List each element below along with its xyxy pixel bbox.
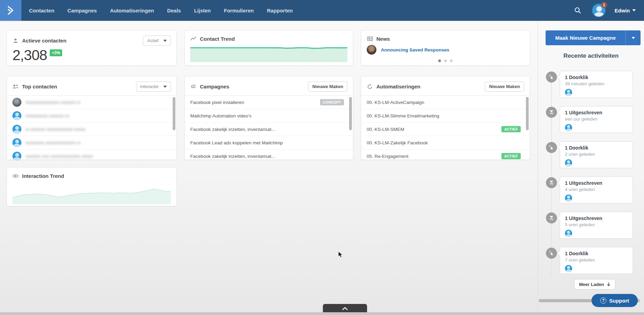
- news-card: News Announcing Saved Responses: [361, 30, 530, 66]
- newspaper-icon: [367, 36, 373, 42]
- contact-default-avatar: [565, 230, 572, 237]
- activity-time: 2 uren geleden: [565, 152, 628, 157]
- recent-activities-heading: Recente activiteiten: [538, 52, 644, 59]
- nav-item-formulieren[interactable]: Formulieren: [224, 8, 254, 13]
- scrollbar-thumb[interactable]: [349, 97, 352, 130]
- contact-row[interactable]: mmmm mm mmmmmmmm mmm: [7, 150, 176, 162]
- user-name: Edwin: [615, 8, 630, 13]
- contact-row[interactable]: m mmmm mmmmmmm mmm: [7, 123, 176, 136]
- support-label: Support: [609, 298, 629, 304]
- create-automation-button[interactable]: Nieuwe Maken: [485, 82, 524, 92]
- redacted-email: mmmm mm mmmmmmmm mmm: [26, 154, 93, 159]
- pagination-dot[interactable]: [444, 59, 447, 62]
- activity-card[interactable]: 1 Uitgeschreven een uur geleden: [560, 106, 633, 133]
- nav-item-deals[interactable]: Deals: [167, 8, 181, 13]
- support-button[interactable]: ? Support: [592, 294, 638, 307]
- automation-row[interactable]: 00. KS-LM-SMEM ACTIEF: [361, 123, 530, 136]
- campaign-row[interactable]: Facebook zakelijk inzetten, inventarisat…: [185, 123, 353, 136]
- scrollbar-thumb[interactable]: [173, 97, 175, 130]
- collapse-panel-tab[interactable]: [323, 304, 367, 313]
- redacted-email: mmmmmm mmmm m: [26, 113, 69, 118]
- pagination-dot[interactable]: [438, 59, 441, 62]
- campaign-name: Facebook Lead ads koppelen met Mailchimp: [190, 140, 283, 145]
- campaigns-card: Campagnes Nieuwe Maken Facebook pixel in…: [184, 76, 353, 160]
- megaphone-icon: [190, 84, 196, 90]
- redacted-email: mmmmm mmmmmmmm m: [26, 140, 80, 145]
- top-contacts-card: Top contacten Interactie mmmmmmmmm mmmm …: [7, 76, 177, 160]
- automation-row[interactable]: 05. Re-Engagement ACTIEF: [361, 150, 530, 162]
- cta-label: Maak Nieuwe Campagne: [546, 35, 625, 41]
- activity-card[interactable]: 1 Uitgeschreven 5 uren geleden: [560, 212, 633, 239]
- card-title: Contact Trend: [200, 36, 235, 42]
- notification-badge: 1: [601, 2, 607, 8]
- search-button[interactable]: [573, 5, 583, 16]
- activity-title: 1 Uitgeschreven: [565, 180, 628, 186]
- interaction-filter-dropdown[interactable]: Interactie: [136, 82, 171, 92]
- activity-card[interactable]: 1 Doorklik 39 minuten geleden: [560, 71, 633, 98]
- campaign-row[interactable]: Mailchimp Automation video's: [185, 109, 353, 123]
- user-avatar[interactable]: 1: [592, 3, 606, 17]
- contact-photo-avatar: [12, 98, 21, 107]
- nav-item-contacten[interactable]: Contacten: [29, 8, 54, 13]
- contact-default-avatar: [565, 265, 572, 272]
- active-contacts-count: 2,308: [12, 48, 47, 63]
- automation-row[interactable]: 00. KS-LM-Slimme Emailmarketing: [361, 109, 530, 123]
- user-menu[interactable]: Edwin: [615, 8, 636, 13]
- nav-item-lijsten[interactable]: Lijsten: [194, 8, 211, 13]
- activity-title: 1 Uitgeschreven: [565, 110, 628, 115]
- automation-row[interactable]: 00. KS-LM-ActiveCampaign: [361, 96, 530, 109]
- chevron-down-icon: [163, 86, 167, 88]
- load-more-button[interactable]: Meer Laden: [574, 279, 615, 289]
- automation-name: 05. Re-Engagement: [367, 154, 408, 159]
- top-contacts-list: mmmmmmmmm mmmm m mmmmmm mmmm m m mmmm mm…: [7, 95, 176, 162]
- card-title: Interaction Trend: [22, 173, 64, 179]
- nav-item-automatiseringen[interactable]: Automatiseringen: [110, 8, 154, 13]
- campaign-name: Facebook zakelijk inzetten, inventarisat…: [190, 127, 275, 132]
- card-title: News: [376, 36, 390, 42]
- refresh-icon: [367, 84, 373, 90]
- contact-row[interactable]: mmmmm mmmmmmmm m: [7, 136, 176, 150]
- create-campaign-button[interactable]: Nieuwe Maken: [308, 82, 347, 92]
- load-more-label: Meer Laden: [579, 282, 604, 287]
- scrollbar-thumb[interactable]: [526, 97, 529, 130]
- nav-item-campagnes[interactable]: Campagnes: [67, 8, 97, 13]
- automation-name: 00. KS-LM-Zakelijk Facebook: [367, 140, 428, 145]
- automation-row[interactable]: 00. KS-LM-Zakelijk Facebook: [361, 136, 530, 150]
- card-title: Automatiseringen: [376, 84, 421, 89]
- dropdown-value: Interactie: [140, 84, 158, 89]
- card-title: Actieve contacten: [22, 38, 66, 44]
- activity-time: 4 uren geleden: [565, 187, 628, 192]
- activity-card[interactable]: 1 Uitgeschreven 4 uren geleden: [560, 176, 633, 203]
- activity-time: een uur geleden: [565, 116, 628, 122]
- chevron-down-icon: [163, 40, 167, 42]
- unsubscribe-icon: [546, 212, 557, 223]
- status-badge: CONCEPT: [320, 99, 344, 105]
- campaign-row[interactable]: Facebook pixel installeren CONCEPT: [185, 96, 353, 109]
- redacted-email: m mmmm mmmmmmm mmm: [26, 127, 85, 132]
- nav-item-rapporten[interactable]: Rapporten: [267, 8, 293, 13]
- campaign-name: Mailchimp Automation video's: [190, 113, 251, 118]
- eye-icon: [12, 173, 19, 179]
- automations-list: 00. KS-LM-ActiveCampaign 00. KS-LM-Slimm…: [361, 95, 530, 162]
- interaction-trend-chart: [12, 183, 171, 204]
- contact-row[interactable]: mmmmmm mmmm m: [7, 109, 176, 123]
- activity-card[interactable]: 1 Doorklik 2 uren geleden: [560, 141, 633, 168]
- campaign-row[interactable]: Facebook zakelijk inzetten, inventarisat…: [185, 150, 353, 162]
- redacted-email: mmmmmmmmm mmmm m: [26, 100, 80, 105]
- activity-card[interactable]: 1 Doorklik 7 uren geleden: [560, 247, 633, 274]
- activity-time: 5 uren geleden: [565, 222, 628, 227]
- contact-default-avatar: [565, 159, 572, 166]
- activecampaign-logo[interactable]: [0, 0, 21, 21]
- news-article-link[interactable]: Announcing Saved Responses: [381, 47, 449, 52]
- create-new-campaign-button[interactable]: Maak Nieuwe Campagne: [546, 30, 641, 45]
- delta-badge: +3%: [50, 49, 62, 56]
- contact-row[interactable]: mmmmmmmmm mmmm m: [7, 96, 176, 109]
- pagination-dot[interactable]: [450, 59, 453, 62]
- campaigns-list: Facebook pixel installeren CONCEPT Mailc…: [185, 95, 353, 162]
- contact-default-avatar: [12, 111, 21, 120]
- campaign-row[interactable]: Facebook Lead ads koppelen met Mailchimp: [185, 136, 353, 150]
- card-title: Top contacten: [22, 84, 57, 89]
- active-filter-dropdown[interactable]: Actief: [143, 36, 171, 46]
- cta-dropdown-toggle[interactable]: [625, 30, 641, 45]
- page-horizontal-scrollbar[interactable]: [0, 312, 644, 315]
